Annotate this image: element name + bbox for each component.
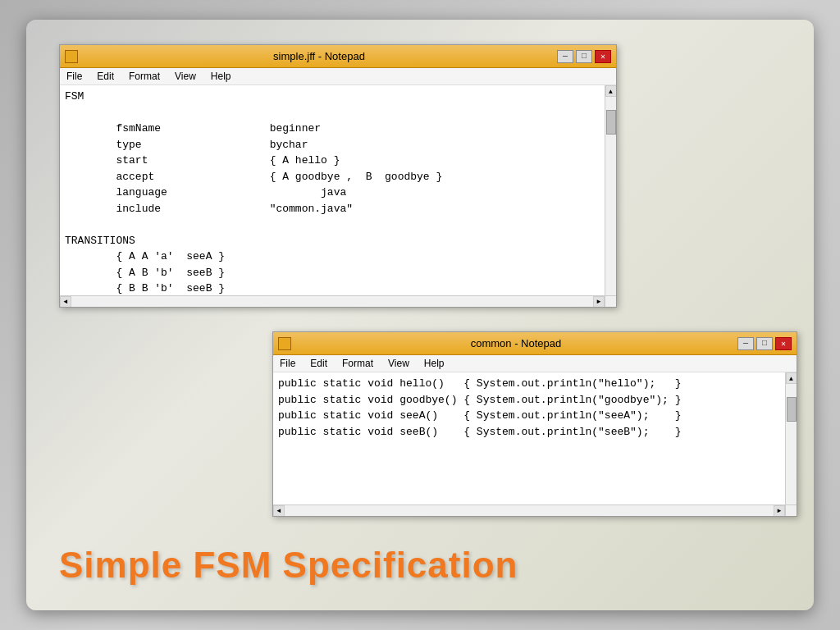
text-content-simple[interactable]: FSM fsmName beginner type bychar start {…	[60, 85, 605, 307]
menu-help-simple[interactable]: Help	[208, 70, 235, 83]
scroll-left-common[interactable]: ◄	[273, 505, 285, 517]
window-icon-common	[278, 337, 291, 350]
close-button-common[interactable]: ✕	[775, 337, 792, 350]
scroll-thumb-simple[interactable]	[606, 110, 616, 135]
window-controls-common: — □ ✕	[737, 337, 792, 350]
scrollbar-v-common[interactable]: ▲ ▼	[785, 372, 797, 516]
titlebar-simple: simple.jff - Notepad — □ ✕	[60, 45, 616, 68]
window-controls-simple: — □ ✕	[557, 50, 611, 63]
scroll-up-simple[interactable]: ▲	[605, 85, 617, 97]
scroll-right-common[interactable]: ►	[774, 505, 785, 517]
scroll-right-simple[interactable]: ►	[593, 296, 605, 308]
menu-file-simple[interactable]: File	[63, 70, 85, 83]
window-title-common: common - Notepad	[294, 337, 737, 349]
window-title-simple: simple.jff - Notepad	[81, 50, 557, 62]
scrollbar-h-common[interactable]: ◄ ►	[273, 504, 785, 516]
menubar-simple: File Edit Format View Help	[60, 68, 616, 85]
minimize-button-common[interactable]: —	[737, 337, 754, 350]
maximize-button-common[interactable]: □	[756, 337, 773, 350]
menu-file-common[interactable]: File	[276, 357, 299, 370]
window-content-common: public static void hello() { System.out.…	[273, 372, 797, 516]
scroll-up-common[interactable]: ▲	[786, 372, 797, 384]
scroll-thumb-common[interactable]	[787, 397, 797, 422]
menu-edit-common[interactable]: Edit	[307, 357, 331, 370]
notepad-window-simple: simple.jff - Notepad — □ ✕ File Edit For…	[59, 44, 617, 308]
maximize-button-simple[interactable]: □	[576, 50, 592, 63]
notepad-window-common: common - Notepad — □ ✕ File Edit Format …	[272, 331, 797, 517]
scrollbar-h-simple[interactable]: ◄ ►	[60, 295, 605, 307]
scroll-left-simple[interactable]: ◄	[60, 296, 71, 308]
menu-view-common[interactable]: View	[385, 357, 413, 370]
menu-help-common[interactable]: Help	[421, 357, 448, 370]
menu-view-simple[interactable]: View	[171, 70, 199, 83]
scrollbar-v-simple[interactable]: ▲ ▼	[605, 85, 616, 307]
text-content-common[interactable]: public static void hello() { System.out.…	[273, 372, 785, 516]
scrollbar-corner-simple	[605, 295, 616, 307]
slide-container: simple.jff - Notepad — □ ✕ File Edit For…	[26, 20, 814, 610]
close-button-simple[interactable]: ✕	[595, 50, 611, 63]
titlebar-common: common - Notepad — □ ✕	[273, 332, 797, 355]
menu-format-common[interactable]: Format	[339, 357, 377, 370]
menu-edit-simple[interactable]: Edit	[94, 70, 117, 83]
slide-title: Simple FSM Specification	[59, 545, 518, 586]
window-content-simple: FSM fsmName beginner type bychar start {…	[60, 85, 616, 307]
window-icon-simple	[65, 50, 78, 63]
minimize-button-simple[interactable]: —	[557, 50, 573, 63]
menu-format-simple[interactable]: Format	[126, 70, 163, 83]
menubar-common: File Edit Format View Help	[273, 355, 797, 372]
scrollbar-corner-common	[785, 504, 797, 516]
